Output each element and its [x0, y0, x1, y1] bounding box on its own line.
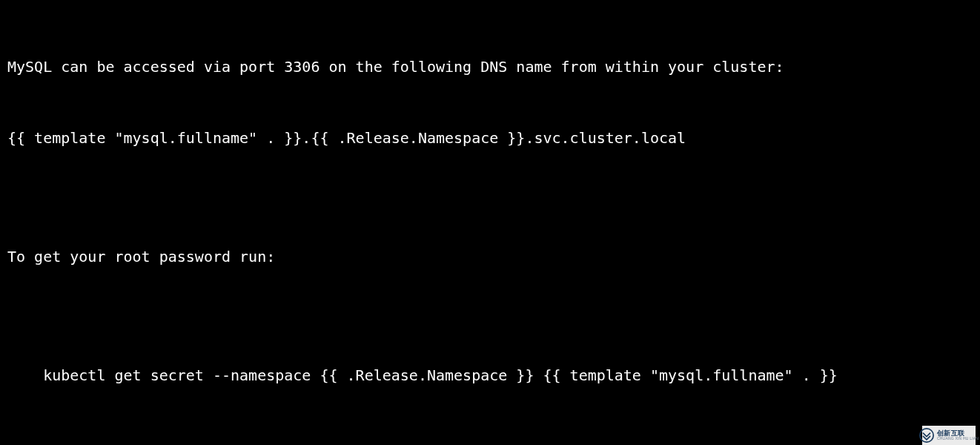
terminal-line: To get your root password run:	[7, 245, 973, 268]
terminal-line: {{ template "mysql.fullname" . }}.{{ .Re…	[7, 126, 973, 150]
watermark-text-py: CHUANG XIN HU LIAN	[937, 437, 979, 441]
watermark-logo-icon	[919, 428, 934, 443]
terminal-window[interactable]: MySQL can be accessed via port 3306 on t…	[0, 0, 980, 445]
terminal-line: MySQL can be accessed via port 3306 on t…	[7, 55, 973, 79]
watermark-badge: 创新互联 CHUANG XIN HU LIAN	[922, 426, 976, 445]
terminal-line: kubectl get secret --namespace {{ .Relea…	[7, 363, 973, 387]
